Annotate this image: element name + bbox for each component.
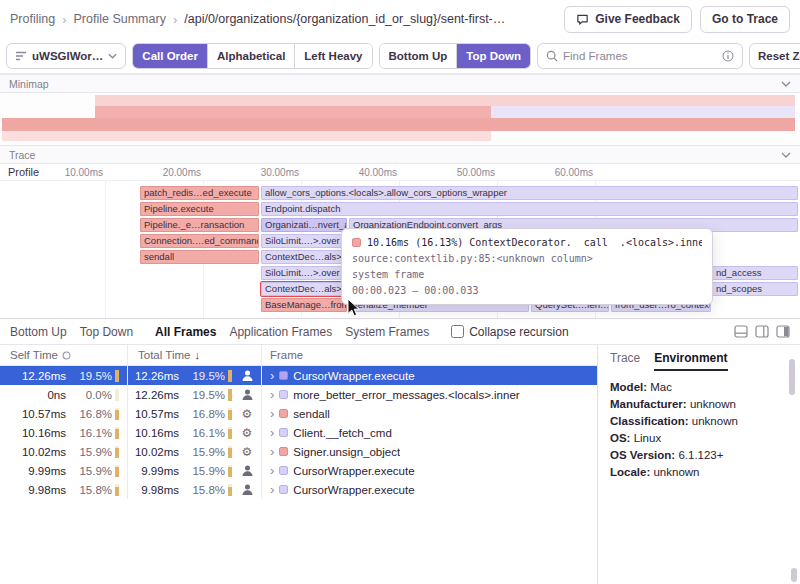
breadcrumb-item[interactable]: Profile Summary bbox=[74, 12, 166, 26]
tooltip-frame-chip bbox=[352, 238, 361, 247]
total-time-percent: 19.5% bbox=[186, 370, 232, 382]
percent-bar bbox=[228, 408, 232, 420]
table-row[interactable]: 10.02ms15.9%10.02ms15.9%⚙›Signer.unsign_… bbox=[0, 442, 597, 461]
tooltip-frame-type: system frame bbox=[352, 269, 702, 280]
tab-bottom-up[interactable]: Bottom Up bbox=[10, 325, 67, 339]
collapse-recursion-checkbox[interactable] bbox=[451, 325, 464, 338]
sort-alphabetical[interactable]: Alphabetical bbox=[207, 44, 294, 68]
flame-chart[interactable]: 10.16ms (16.13%) ContextDecorator.__call… bbox=[0, 181, 800, 318]
go-to-trace-button[interactable]: Go to Trace bbox=[700, 6, 790, 33]
expand-caret[interactable]: › bbox=[270, 426, 274, 439]
flame-frame[interactable]: ContextDec…als>.i… bbox=[261, 250, 347, 264]
collapse-recursion[interactable]: Collapse recursion bbox=[451, 325, 568, 339]
collapse-trace-icon[interactable] bbox=[781, 152, 791, 158]
table-row[interactable]: 9.99ms15.9%9.99ms15.9%›CursorWrapper.exe… bbox=[0, 461, 597, 480]
total-time-percent: 16.1% bbox=[186, 427, 232, 439]
expand-caret[interactable]: › bbox=[270, 369, 274, 382]
frame-tooltip: 10.16ms (16.13%) ContextDecorator.__call… bbox=[341, 228, 713, 305]
sort-left-heavy[interactable]: Left Heavy bbox=[294, 44, 371, 68]
flame-frame[interactable]: Organizati…nvert_args bbox=[261, 218, 347, 232]
breadcrumb-item[interactable]: /api/0/organizations/{organization_id_or… bbox=[184, 12, 505, 26]
user-icon bbox=[239, 388, 255, 401]
flame-frame[interactable]: allow_cors_options.<locals>.allow_cors_o… bbox=[261, 186, 798, 200]
breadcrumb-separator: › bbox=[173, 12, 177, 27]
details-tab-trace[interactable]: Trace bbox=[610, 351, 640, 371]
expand-caret[interactable]: › bbox=[270, 464, 274, 477]
give-feedback-button[interactable]: Give Feedback bbox=[564, 6, 692, 33]
flame-frame[interactable]: Connection.…ed_command bbox=[140, 234, 259, 248]
tab-application-frames[interactable]: Application Frames bbox=[229, 325, 332, 339]
details-tabs: TraceEnvironment bbox=[610, 351, 788, 371]
frame-color-chip bbox=[279, 428, 288, 437]
column-header-self-time[interactable]: Self Time bbox=[0, 345, 128, 365]
frame-name: CursorWrapper.execute bbox=[293, 484, 414, 496]
sort-desc-icon: ↓ bbox=[194, 349, 200, 361]
reset-zoom-button[interactable]: Reset Zoom bbox=[749, 43, 800, 69]
expand-caret[interactable]: › bbox=[270, 407, 274, 420]
minimap-header: Minimap bbox=[0, 74, 800, 93]
tab-all-frames[interactable]: All Frames bbox=[155, 325, 216, 339]
frame-color-chip bbox=[279, 390, 288, 399]
table-row[interactable]: 0ns0.0%12.26ms19.5%›more_better_error_me… bbox=[0, 385, 597, 404]
minimap[interactable] bbox=[0, 93, 800, 145]
percent-bar bbox=[115, 427, 119, 439]
flame-frame[interactable]: BaseManage…from_c… bbox=[261, 298, 347, 312]
self-time-value: 0ns bbox=[47, 389, 66, 401]
page-scrollbar-thumb[interactable] bbox=[791, 568, 797, 582]
table-row[interactable]: 10.16ms16.1%10.16ms16.1%⚙›Client.__fetch… bbox=[0, 423, 597, 442]
column-header-total-time[interactable]: Total Time ↓ bbox=[128, 345, 262, 365]
flame-frame[interactable]: SiloLimit.…>.over… bbox=[261, 234, 347, 248]
details-tab-environment[interactable]: Environment bbox=[654, 351, 727, 371]
find-frames-search bbox=[537, 43, 743, 69]
table-row[interactable]: 10.57ms16.8%10.57ms16.8%⚙›sendall bbox=[0, 404, 597, 423]
table-row[interactable]: 12.26ms19.5%12.26ms19.5%›CursorWrapper.e… bbox=[0, 366, 597, 385]
frame-name: more_better_error_messages.<locals>.inne… bbox=[293, 389, 519, 401]
detail-field: Locale: unknown bbox=[610, 464, 788, 481]
detail-field: OS: Linux bbox=[610, 430, 788, 447]
flame-frame[interactable]: patch_redis…ed_execute bbox=[140, 186, 259, 200]
tab-system-frames[interactable]: System Frames bbox=[345, 325, 429, 339]
table-row[interactable]: 9.98ms15.8%9.98ms15.8%›CursorWrapper.exe… bbox=[0, 480, 597, 499]
flame-frame[interactable]: Pipeline.execute bbox=[140, 202, 259, 216]
total-time-percent: 15.8% bbox=[186, 484, 232, 496]
frame-color-chip bbox=[279, 447, 288, 456]
view-bottom-up[interactable]: Bottom Up bbox=[380, 44, 457, 68]
minimap-block bbox=[2, 131, 491, 141]
info-icon[interactable] bbox=[722, 50, 734, 62]
expand-caret[interactable]: › bbox=[270, 483, 274, 496]
self-time-value: 9.99ms bbox=[28, 465, 66, 477]
total-time-value: 12.26ms bbox=[135, 370, 179, 382]
flame-frame[interactable]: nd_access bbox=[712, 266, 798, 280]
collapse-minimap-icon[interactable] bbox=[781, 81, 791, 87]
breadcrumb-item[interactable]: Profiling bbox=[10, 12, 55, 26]
breadcrumb-separator: › bbox=[62, 12, 66, 27]
search-input[interactable] bbox=[563, 50, 717, 62]
expand-caret[interactable]: › bbox=[270, 445, 274, 458]
minimap-block bbox=[491, 106, 795, 118]
percent-bar bbox=[115, 370, 119, 382]
view-top-down[interactable]: Top Down bbox=[456, 44, 530, 68]
layout-dock-right-icon[interactable] bbox=[755, 325, 769, 338]
flame-frame[interactable]: Pipeline._e…ransaction bbox=[140, 218, 259, 232]
view-control: Bottom UpTop Down bbox=[379, 43, 531, 69]
flame-frame[interactable]: nd_scopes bbox=[712, 282, 798, 296]
sort-call-order[interactable]: Call Order bbox=[133, 44, 207, 68]
flame-frame[interactable]: SiloLimit.…>.over… bbox=[261, 266, 347, 280]
percent-bar bbox=[115, 446, 119, 458]
total-time-percent: 19.5% bbox=[186, 389, 232, 401]
self-time-percent: 16.8% bbox=[73, 408, 119, 420]
details-scrollbar[interactable] bbox=[789, 359, 795, 395]
expand-caret[interactable]: › bbox=[270, 388, 274, 401]
layout-maximized-icon[interactable] bbox=[776, 325, 790, 338]
thread-selector[interactable]: uWSGIWor… bbox=[6, 43, 126, 69]
time-tick: 40.00ms bbox=[339, 167, 397, 178]
percent-bar bbox=[115, 389, 119, 401]
flame-frame[interactable]: Endpoint.dispatch bbox=[261, 202, 798, 216]
column-header-frame[interactable]: Frame bbox=[262, 349, 597, 361]
time-tick: 20.00ms bbox=[143, 167, 201, 178]
details-fields: Model: MacManufacturer: unknownClassific… bbox=[610, 379, 788, 481]
tab-top-down[interactable]: Top Down bbox=[80, 325, 133, 339]
flame-frame[interactable]: sendall bbox=[140, 250, 259, 264]
flame-frame[interactable]: ContextDec…als>.i… bbox=[261, 282, 347, 296]
layout-dock-bottom-icon[interactable] bbox=[734, 325, 748, 338]
